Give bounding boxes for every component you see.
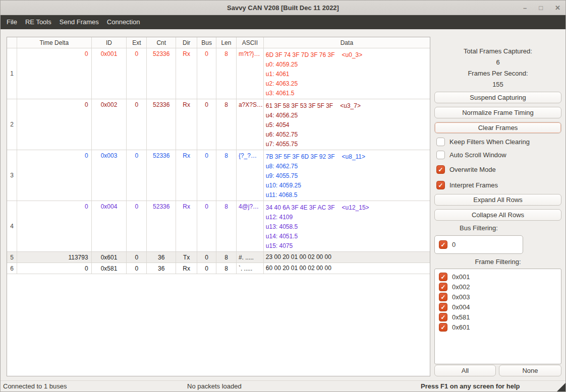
clear-frames-button[interactable]: Clear Frames xyxy=(434,122,561,134)
frame-filter-item[interactable]: ✓ 0x003 xyxy=(439,293,557,301)
cell-ascii: m?t?}… xyxy=(237,48,264,99)
cell-ext: 0 xyxy=(127,99,147,150)
signal-value: u2: 4063.25 xyxy=(266,79,430,89)
signal-value: u7: 4055.75 xyxy=(266,140,430,149)
cell-cnt: 36 xyxy=(147,263,176,274)
cell-id: 0x001 xyxy=(92,48,127,99)
statusbar: Connected to 1 buses No packets loaded P… xyxy=(1,380,565,391)
total-frames-label: Total Frames Captured: xyxy=(434,47,561,55)
cell-data: 23 00 20 01 00 02 00 00 xyxy=(264,252,430,263)
checkbox-checked-icon: ✓ xyxy=(439,240,447,249)
close-button[interactable]: ✕ xyxy=(555,1,560,15)
header-cnt[interactable]: Cnt xyxy=(147,37,176,48)
frame-filter-item[interactable]: ✓ 0x001 xyxy=(439,273,557,281)
header-id[interactable]: ID xyxy=(92,37,127,48)
titlebar: Savvy CAN V208 [Built Dec 11 2022] – □ ✕ xyxy=(1,1,565,15)
signal-value: u12: 4109 xyxy=(266,213,430,222)
table-row[interactable]: 6 0 0x581 0 36 Rx 0 8 `. ..... 60 00 20 … xyxy=(7,263,430,274)
bus-filtering-list: ✓ 0 xyxy=(434,235,523,254)
menu-connection[interactable]: Connection xyxy=(103,15,144,29)
checkbox-label: Interpret Frames xyxy=(449,181,498,189)
collapse-all-rows-button[interactable]: Collapse All Rows xyxy=(434,209,561,221)
keep-filters-checkbox[interactable]: Keep Filters When Clearing xyxy=(436,138,530,146)
frame-filter-label: 0x581 xyxy=(452,313,470,321)
cell-dir: Rx xyxy=(176,150,197,201)
cell-dir: Rx xyxy=(176,263,197,274)
cell-time-delta: 0 xyxy=(17,201,92,251)
frames-table: Time Delta ID Ext Cnt Dir Bus Len ASCII … xyxy=(7,37,430,376)
table-row[interactable]: 4 0 0x004 0 52336 Rx 0 8 4@j?… 34 40 6A … xyxy=(7,201,430,252)
expand-all-rows-button[interactable]: Expand All Rows xyxy=(434,194,561,206)
header-time-delta[interactable]: Time Delta xyxy=(17,37,92,48)
cell-cnt: 52336 xyxy=(147,201,176,251)
checkbox-checked-icon: ✓ xyxy=(439,303,447,311)
all-button[interactable]: All xyxy=(434,365,496,376)
frame-filter-item[interactable]: ✓ 0x002 xyxy=(439,283,557,291)
interpret-frames-checkbox[interactable]: ✓ Interpret Frames xyxy=(436,181,498,189)
frame-filtering-label: Frame Filtering: xyxy=(434,258,561,266)
bus-filter-item[interactable]: ✓ 0 xyxy=(439,240,519,249)
checkbox-checked-icon: ✓ xyxy=(439,313,447,321)
cell-time-delta: 0 xyxy=(17,150,92,201)
auto-scroll-checkbox[interactable]: Auto Scroll Window xyxy=(436,151,506,159)
minimize-button[interactable]: – xyxy=(523,1,527,15)
header-bus[interactable]: Bus xyxy=(197,37,216,48)
cell-ascii: {?_?… xyxy=(237,150,264,201)
cell-ascii: `. ..... xyxy=(237,263,264,274)
maximize-button[interactable]: □ xyxy=(539,1,543,15)
cell-time-delta: 0 xyxy=(17,48,92,99)
window-title: Savvy CAN V208 [Built Dec 11 2022] xyxy=(227,4,339,12)
table-row[interactable]: 1 0 0x001 0 52336 Rx 0 8 m?t?}… 6D 3F 74… xyxy=(7,48,430,99)
cell-cnt: 52336 xyxy=(147,150,176,201)
frame-filter-item[interactable]: ✓ 0x601 xyxy=(439,323,557,332)
cell-ascii: 4@j?… xyxy=(237,201,264,251)
cell-dir: Tx xyxy=(176,252,197,263)
frame-filter-item[interactable]: ✓ 0x004 xyxy=(439,303,557,311)
cell-data: 60 00 20 01 00 02 00 00 xyxy=(264,263,430,274)
menu-send-frames[interactable]: Send Frames xyxy=(55,15,103,29)
table-row[interactable]: 5 113793 0x601 0 36 Tx 0 8 #. ..... 23 0… xyxy=(7,252,430,263)
cell-cnt: 52336 xyxy=(147,48,176,99)
checkbox-label: Overwrite Mode xyxy=(449,166,496,173)
signal-value: u13: 4058.5 xyxy=(266,222,430,232)
menu-file[interactable]: File xyxy=(3,15,21,29)
cell-time-delta: 113793 xyxy=(17,252,92,263)
cell-time-delta: 0 xyxy=(17,263,92,274)
cell-data: 6D 3F 74 3F 7D 3F 76 3F<u0_3> u0: 4059.2… xyxy=(264,48,430,99)
table-row[interactable]: 3 0 0x003 0 52336 Rx 0 8 {?_?… 7B 3F 5F … xyxy=(7,150,430,201)
header-len[interactable]: Len xyxy=(216,37,237,48)
cell-len: 8 xyxy=(216,48,237,99)
cell-bus: 0 xyxy=(197,150,216,201)
cell-bus: 0 xyxy=(197,99,216,150)
none-button[interactable]: None xyxy=(499,365,561,376)
bus-filter-label: 0 xyxy=(452,241,456,248)
normalize-frame-timing-button[interactable]: Normalize Frame Timing xyxy=(434,107,561,118)
row-number: 1 xyxy=(7,48,17,99)
cell-data: 34 40 6A 3F 4E 3F AC 3F<u12_15> u12: 410… xyxy=(264,201,430,251)
cell-id: 0x002 xyxy=(92,99,127,150)
data-message-tag: <u8_11> xyxy=(342,153,366,160)
suspend-capturing-button[interactable]: Suspend Capturing xyxy=(434,92,561,103)
cell-len: 8 xyxy=(216,252,237,263)
header-corner xyxy=(7,37,17,48)
help-hint: Press F1 on any screen for help xyxy=(421,382,520,390)
signal-value: u6: 4052.75 xyxy=(266,130,430,140)
cell-id: 0x004 xyxy=(92,201,127,251)
frame-filter-label: 0x003 xyxy=(452,293,470,301)
resize-grip[interactable] xyxy=(557,383,565,391)
overwrite-mode-checkbox[interactable]: ✓ Overwrite Mode xyxy=(436,165,496,174)
frame-filter-item[interactable]: ✓ 0x581 xyxy=(439,313,557,321)
cell-ext: 0 xyxy=(127,252,147,263)
cell-id: 0x003 xyxy=(92,150,127,201)
signal-value: u3: 4061.5 xyxy=(266,89,430,98)
cell-ext: 0 xyxy=(127,48,147,99)
menu-re-tools[interactable]: RE Tools xyxy=(21,15,55,29)
checkbox-label: Keep Filters When Clearing xyxy=(449,138,530,146)
row-number: 5 xyxy=(7,252,17,263)
header-ext[interactable]: Ext xyxy=(127,37,147,48)
header-dir[interactable]: Dir xyxy=(176,37,197,48)
table-row[interactable]: 2 0 0x002 0 52336 Rx 0 8 a?X?S… 61 3F 58… xyxy=(7,99,430,150)
total-frames-value: 6 xyxy=(434,58,561,66)
header-data[interactable]: Data xyxy=(264,37,430,48)
header-ascii[interactable]: ASCII xyxy=(237,37,264,48)
